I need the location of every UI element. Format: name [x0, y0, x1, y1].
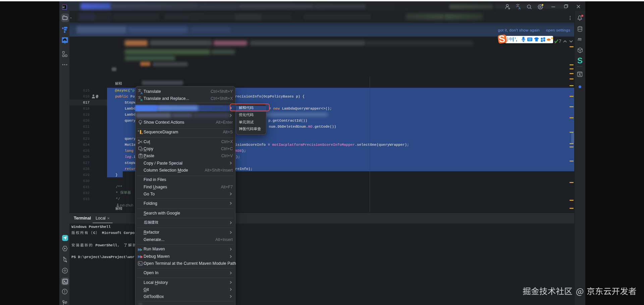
svg-text:*: *	[138, 130, 139, 133]
